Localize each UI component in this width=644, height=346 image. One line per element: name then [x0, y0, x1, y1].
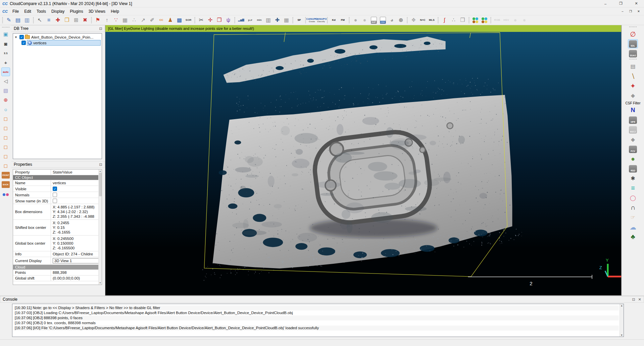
child-close-button[interactable]: ✕: [635, 8, 643, 14]
scroll-up-icon[interactable]: ▲: [621, 304, 623, 307]
level-tool-icon[interactable]: ψ: [224, 16, 233, 24]
histogram-icon[interactable]: ▂▅▇: [237, 16, 245, 24]
console-scrollbar[interactable]: ▲ ▼: [620, 304, 624, 337]
rotate-camera-icon[interactable]: ◁: [1, 77, 10, 86]
menu-edit[interactable]: Edit: [21, 8, 34, 15]
child-window-icon[interactable]: CC: [2, 9, 8, 13]
menu-3d-views[interactable]: 3D Views: [86, 8, 108, 15]
sf-tools-icon[interactable]: SF: [295, 16, 303, 24]
octree-icon[interactable]: ▦: [121, 16, 129, 24]
m3c2-plugin-icon[interactable]: M3C2: [628, 125, 638, 134]
csv-export-icon[interactable]: CSV: [379, 16, 387, 24]
view-iso-front-button[interactable]: FRONT: [1, 171, 10, 180]
mesh-sculpt-icon[interactable]: ●: [511, 16, 519, 24]
minimize-button[interactable]: –: [598, 0, 613, 7]
forest-tool-icon[interactable]: ♣: [628, 232, 638, 241]
view-left-icon[interactable]: ◻: [1, 152, 10, 161]
tree-row-root[interactable]: ▼ ✓ Alert_Button_Device_Device_Poin...: [13, 34, 102, 40]
save-file-icon[interactable]: ▤: [14, 16, 22, 24]
db-tree[interactable]: ▼ ✓ Alert_Button_Device_Device_Poin... ✓…: [13, 33, 102, 159]
canupo-classify-icon[interactable]: CANUPOClassify: [317, 16, 325, 24]
cc-logo-icon[interactable]: CC: [157, 16, 165, 24]
bubble-view-icon[interactable]: ▧: [1, 86, 10, 95]
3d-view[interactable]: [GL filter] EyeDome Lighting (disable no…: [105, 25, 622, 296]
root-visibility-checkbox[interactable]: ✓: [19, 35, 24, 39]
properties-list-icon[interactable]: ≡: [45, 16, 53, 24]
subsample-icon[interactable]: ↑: [103, 16, 111, 24]
db-tree-float-button[interactable]: ⊡: [98, 27, 103, 31]
magnet-tool-icon[interactable]: ∩: [628, 203, 638, 212]
apply-transformation-icon[interactable]: ↖: [36, 16, 44, 24]
shield2-plugin-icon[interactable]: ◆: [628, 135, 638, 144]
primitive-factory-icon[interactable]: ♟: [166, 16, 175, 24]
zoom-magnifier-icon[interactable]: ○: [1, 105, 10, 114]
zoom-1-1-icon[interactable]: 1:1: [1, 49, 10, 57]
view-top-icon[interactable]: ◻: [1, 114, 10, 123]
globe-mesh-icon[interactable]: ⊕: [397, 16, 405, 24]
open-file-icon[interactable]: ✎: [5, 16, 13, 24]
tree-row-vertices[interactable]: ✓ vertices: [13, 40, 102, 46]
clean-broom-icon[interactable]: ∖: [628, 71, 638, 81]
child-minimize-button[interactable]: –: [618, 8, 627, 14]
hough-normals-icon[interactable]: ❖: [409, 16, 418, 24]
pcv-plugin-icon[interactable]: PCV: [628, 145, 638, 154]
noise-filter-icon[interactable]: ∵: [112, 16, 120, 24]
clipping-box-icon[interactable]: ❒: [215, 16, 224, 24]
view-back-icon[interactable]: ◻: [1, 143, 10, 151]
point-cloud-canvas[interactable]: 2 Y X Z: [105, 32, 621, 295]
colorize-icon[interactable]: ❐: [63, 16, 71, 24]
normals-icon[interactable]: ↗: [139, 16, 147, 24]
menu-file[interactable]: File: [10, 8, 21, 15]
scissors-segment-icon[interactable]: ✂: [197, 16, 205, 24]
gears-plugin-icon[interactable]: ✱: [628, 174, 638, 183]
restore-button[interactable]: ❐: [613, 0, 629, 7]
save-all-icon[interactable]: ▥: [23, 16, 31, 24]
compass-plugin-icon[interactable]: ✦: [628, 81, 638, 90]
box-transform-icon[interactable]: ❒: [458, 16, 467, 24]
menu-tools[interactable]: Tools: [34, 8, 49, 15]
expander-icon[interactable]: ▼: [14, 36, 18, 39]
cross-section-icon[interactable]: ✛: [206, 16, 214, 24]
properties-scrollbar[interactable]: ▲▼: [98, 169, 102, 285]
console-close-button[interactable]: ✕: [637, 297, 642, 302]
normals-checkbox[interactable]: [53, 193, 57, 197]
menu-help[interactable]: Help: [108, 8, 122, 15]
sor-filter-icon[interactable]: SOR: [184, 16, 193, 24]
trace-polyline-icon[interactable]: ✐: [148, 16, 156, 24]
console-float-button[interactable]: ⊡: [631, 297, 636, 302]
fullscreen-display-icon[interactable]: ▣: [1, 30, 10, 39]
properties-float-button[interactable]: ⊡: [98, 162, 103, 167]
pan-view-icon[interactable]: ⊕: [1, 96, 10, 104]
view-iso-back-button[interactable]: BACK: [1, 180, 10, 189]
min-distance-icon[interactable]: min: [255, 16, 263, 24]
merge-clouds-icon[interactable]: ✚: [54, 16, 62, 24]
hpr-plugin-icon[interactable]: HPR: [628, 115, 638, 125]
vertices-label[interactable]: vertices: [33, 41, 47, 45]
ssao-filter-button[interactable]: SSAO: [628, 49, 638, 58]
stereo-mode-icon[interactable]: [1, 190, 10, 198]
edl-filter-button[interactable]: EDL: [628, 39, 638, 48]
pie-sectors-icon[interactable]: ◕: [388, 16, 396, 24]
hsv-filter-icon[interactable]: HSV: [502, 16, 510, 24]
curve-fit-icon[interactable]: ∫: [440, 16, 449, 24]
view-front-icon[interactable]: ◻: [1, 133, 10, 142]
screenshot-camera-icon[interactable]: ◙: [1, 39, 10, 48]
show-name-in-3d--checkbox[interactable]: [53, 199, 57, 203]
fit-bbox-icon[interactable]: ⊞: [72, 16, 80, 24]
add-sf-icon[interactable]: ✚: [273, 16, 282, 24]
animation-plugin-icon[interactable]: ▤: [628, 62, 638, 71]
facets-plugin-icon[interactable]: ●: [628, 154, 638, 163]
selected-row-highlight[interactable]: vertices: [27, 40, 101, 46]
mls-smoothing-icon[interactable]: MLS: [428, 16, 436, 24]
disable-gl-filter-button[interactable]: ∅: [628, 30, 638, 39]
gauss-fit-icon[interactable]: μ,σ: [246, 16, 254, 24]
view-bottom-icon[interactable]: ◻: [1, 124, 10, 133]
scroll-down-icon[interactable]: ▼: [621, 334, 623, 336]
facets-mesh2-icon[interactable]: ●: [360, 16, 369, 24]
menu-display[interactable]: Display: [49, 8, 67, 15]
resample-icon[interactable]: ∴: [130, 16, 138, 24]
current-display-combo[interactable]: 3D View 1: [53, 258, 100, 263]
cloud-ruler-icon[interactable]: ☁: [628, 223, 638, 232]
close-button[interactable]: ✕: [629, 0, 644, 7]
kd-tree-icon[interactable]: Kd: [330, 16, 338, 24]
